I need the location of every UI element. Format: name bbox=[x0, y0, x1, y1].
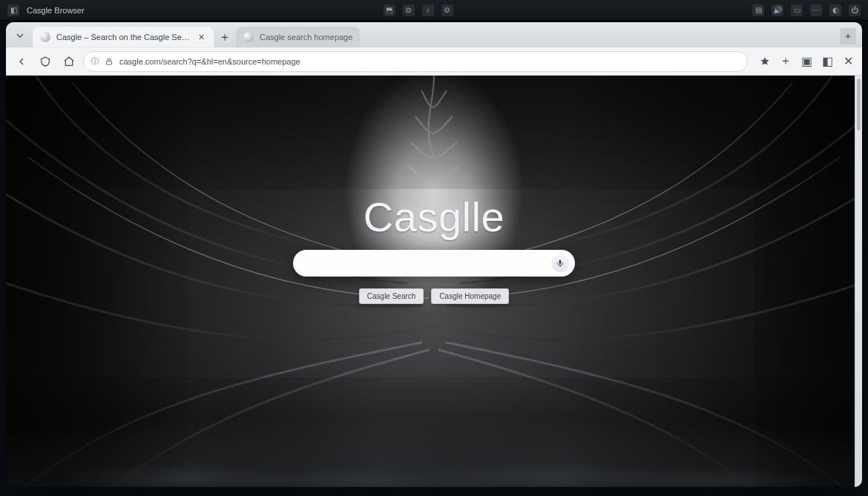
browser-window: Casgle – Search on the Casgle Search ✕ ＋… bbox=[6, 22, 862, 487]
account-icon[interactable]: ◧ bbox=[819, 53, 835, 70]
scrollbar-thumb[interactable] bbox=[857, 79, 861, 130]
site-info-icon[interactable]: ⓘ bbox=[91, 56, 99, 67]
tab-strip: Casgle – Search on the Casgle Search ✕ ＋… bbox=[6, 22, 862, 47]
lock-icon bbox=[105, 57, 114, 66]
tray-power-icon[interactable]: ⏻ bbox=[849, 4, 861, 16]
tray-icon[interactable]: ♪ bbox=[422, 4, 434, 16]
back-button[interactable] bbox=[12, 52, 31, 71]
favicon-icon bbox=[40, 32, 50, 42]
tab-label: Casgle search homepage bbox=[260, 33, 352, 42]
search-button[interactable]: Casgle Search bbox=[359, 288, 424, 304]
background-fog bbox=[6, 314, 862, 487]
svg-rect-0 bbox=[107, 61, 112, 65]
shield-icon[interactable] bbox=[36, 52, 55, 71]
extension-icon[interactable]: ▣ bbox=[798, 53, 815, 70]
browser-toolbar: ⓘ ＋ ▣ ◧ ✕ bbox=[6, 47, 862, 76]
new-tab-right-button[interactable]: ＋ bbox=[840, 28, 856, 44]
tab-close-button[interactable]: ✕ bbox=[196, 32, 206, 42]
url-input[interactable] bbox=[119, 57, 740, 66]
brand-logo: Casglle bbox=[364, 193, 504, 241]
search-input[interactable] bbox=[303, 258, 551, 269]
voice-search-icon[interactable] bbox=[551, 254, 569, 272]
tab-list-button[interactable] bbox=[10, 26, 30, 45]
page-content: Casglle Casgle Search Casgle Homepage bbox=[6, 76, 862, 487]
tray-icon[interactable]: ⧉ bbox=[403, 4, 415, 16]
new-tab-button[interactable]: ＋ bbox=[217, 29, 233, 45]
app-menu-icon[interactable]: ◧ bbox=[7, 4, 19, 16]
bookmark-button[interactable] bbox=[757, 53, 773, 70]
favicon-icon bbox=[243, 32, 254, 42]
lucky-button[interactable]: Casgle Homepage bbox=[431, 288, 509, 304]
page-scrollbar[interactable] bbox=[855, 76, 862, 487]
extensions-button[interactable]: ＋ bbox=[777, 53, 794, 70]
tray-icon[interactable]: ⚙ bbox=[441, 4, 453, 16]
tray-settings-icon[interactable]: ⋯ bbox=[810, 4, 822, 16]
tray-user-icon[interactable]: ◐ bbox=[829, 4, 841, 16]
search-module: Casglle Casgle Search Casgle Homepage bbox=[271, 193, 597, 304]
tray-icon[interactable]: ⬒ bbox=[384, 4, 395, 16]
home-button[interactable] bbox=[59, 52, 79, 71]
tab-inactive[interactable]: Casgle search homepage bbox=[236, 27, 360, 47]
tray-network-icon[interactable]: ▤ bbox=[752, 4, 764, 16]
address-bar[interactable]: ⓘ bbox=[83, 51, 748, 72]
tray-volume-icon[interactable]: 🔊 bbox=[772, 4, 783, 16]
os-app-title: Casgle Browser bbox=[27, 6, 85, 15]
search-bar[interactable] bbox=[293, 250, 575, 277]
tab-active[interactable]: Casgle – Search on the Casgle Search ✕ bbox=[33, 27, 214, 47]
window-close-button[interactable]: ✕ bbox=[840, 53, 856, 70]
search-buttons: Casgle Search Casgle Homepage bbox=[359, 288, 509, 304]
os-top-panel: ◧ Casgle Browser ⬒ ⧉ ♪ ⚙ ▤ 🔊 ▭ ⋯ ◐ ⏻ bbox=[0, 0, 868, 21]
tray-battery-icon[interactable]: ▭ bbox=[791, 4, 803, 16]
tab-label: Casgle – Search on the Casgle Search bbox=[56, 33, 190, 42]
